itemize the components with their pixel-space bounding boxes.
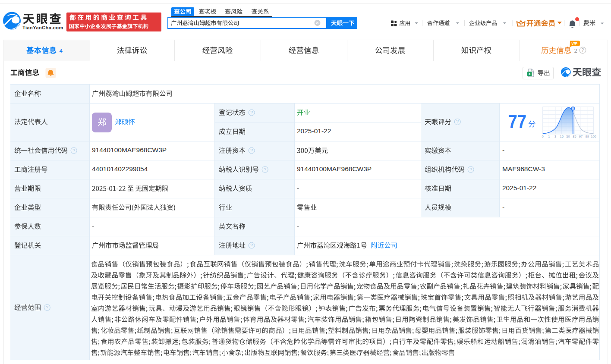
- svg-text:?: ?: [250, 148, 253, 153]
- svg-text:x: x: [529, 72, 531, 76]
- svg-text:2025-01-22: 2025-01-22: [297, 127, 331, 135]
- svg-text:100: 100: [591, 135, 596, 138]
- svg-text:1: 1: [548, 135, 550, 138]
- svg-text:?: ?: [250, 243, 253, 248]
- svg-text:0: 0: [542, 135, 543, 138]
- svg-text:3: 3: [554, 135, 556, 138]
- svg-text:?: ?: [469, 167, 472, 172]
- svg-text:-: -: [502, 203, 504, 210]
- svg-text:MAE968CW-3: MAE968CW-3: [502, 165, 545, 173]
- svg-text:91440100MAE968CW3P: 91440100MAE968CW3P: [297, 165, 372, 173]
- svg-text:15: 15: [560, 135, 564, 138]
- svg-text:85: 85: [573, 135, 576, 138]
- svg-text:97: 97: [579, 135, 583, 138]
- svg-text:77: 77: [508, 111, 527, 132]
- svg-text:440101402299054: 440101402299054: [92, 165, 148, 173]
- svg-text:-: -: [502, 146, 504, 154]
- svg-text:91440100MAE968CW3P: 91440100MAE968CW3P: [92, 146, 167, 154]
- svg-text:-: -: [297, 222, 299, 229]
- svg-text:-: -: [92, 222, 94, 229]
- svg-text:?: ?: [250, 110, 253, 115]
- svg-text:?: ?: [582, 47, 584, 53]
- svg-text:99: 99: [586, 135, 589, 138]
- svg-text:VIP: VIP: [571, 41, 577, 46]
- svg-text:50: 50: [566, 135, 570, 138]
- svg-text:TianYanCha.com: TianYanCha.com: [22, 25, 63, 30]
- svg-text:?: ?: [72, 148, 75, 153]
- svg-text:-: -: [297, 184, 299, 191]
- svg-text:2: 2: [574, 47, 577, 54]
- svg-text:?: ?: [46, 305, 48, 310]
- svg-text:2025-01-22: 2025-01-22: [502, 184, 536, 191]
- svg-text:4: 4: [60, 47, 63, 54]
- svg-text:?: ?: [264, 167, 266, 172]
- svg-text:?: ?: [456, 119, 459, 124]
